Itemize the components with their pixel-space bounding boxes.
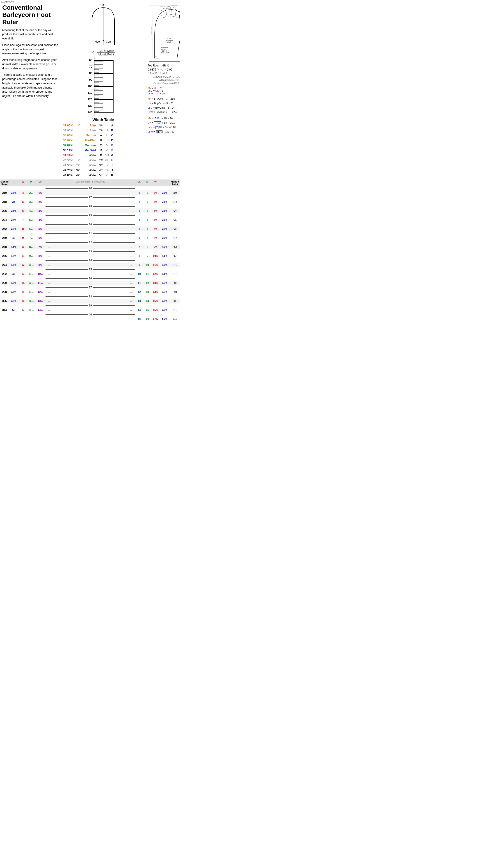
wt-name: Wide [81, 153, 97, 158]
cell-m: 9½ [27, 254, 35, 257]
cell-mondo-r: 230 [170, 218, 180, 221]
wt-name: MedNar [81, 138, 97, 143]
cell-it: 46¼ [8, 281, 19, 285]
width-table: 33.00% X Slim 3A I A 33.96% Slim 2A II B… [60, 123, 146, 178]
toe-room-text: Toe Room : 6⅔% [148, 64, 180, 67]
cell-mondo-l: 210 [0, 191, 8, 194]
cell-w-r: 5½ [151, 209, 159, 213]
svg-text:~66% of: ~66% of [161, 50, 167, 52]
header-barley: Last Length in Barleycorns [46, 180, 135, 186]
cell-m: 3½ [27, 200, 35, 204]
formula-line-1: 0.9375 → ¹⁄ₓ → 1.06 [148, 68, 180, 71]
cell-uk-r: 12 [135, 290, 143, 293]
svg-text:90: 90 [89, 78, 92, 81]
width-table-row: 37.02% Medium C V E [60, 143, 146, 148]
width-table-section: Width Table 33.00% X Slim 3A I A 33.96% … [59, 116, 147, 178]
arch-diagram: 0 Heel Cup [79, 3, 128, 48]
right-equations-1: Mx = UK − ½ usM = UK + 1 usW = UK + 2½ [148, 87, 180, 95]
eq-usm-brl: usM = BrlyCrns ÷ 3 − 24 [148, 106, 180, 110]
wt-letter: C [110, 133, 115, 138]
right-panel: Toe Room +6⅔% +25% width −6⅔% Foot Lengt… [147, 3, 180, 178]
wt-roman: VI [104, 148, 110, 153]
cell-barley: — — [46, 253, 135, 258]
wt-code: C [97, 143, 104, 148]
cell-w-r: 13½ [151, 281, 159, 285]
svg-text:+25% width: +25% width [169, 4, 177, 6]
cell-uk-l: 9½ [35, 264, 46, 267]
barleycorn-row: 33 [0, 249, 180, 253]
paragraph-3: After measuring length for size choose y… [2, 58, 58, 70]
wt-pct: 33.96% [60, 128, 74, 133]
formula-text: % = 100 × Width MondoPoint [91, 51, 115, 54]
cell-mondo-l: 226 [0, 209, 8, 213]
svg-point-68 [171, 8, 176, 17]
cell-mondo-l: 306 [0, 300, 8, 303]
cell-mondo-l: 314 [0, 309, 8, 312]
width-table-row: 42.75% 3X Wide 4E X J [60, 168, 146, 173]
eq-mx-brl: Mx = BrlyCrns ÷ 3 − 25½ [148, 97, 180, 101]
cell-it: 36¼ [8, 209, 19, 213]
cell-it-r: 33⅛ [159, 191, 170, 194]
formula-box: % = 100 × Width MondoPoint [91, 49, 115, 56]
cell-mondo-l: 250 [0, 237, 8, 240]
cell-m-r: 10 [143, 264, 151, 267]
width-table-row: 33.00% X Slim 3A I A [60, 123, 146, 128]
cell-w-r: 14½ [151, 290, 159, 293]
cell-it: 43¾ [8, 264, 19, 267]
cell-m-r: 2 [143, 191, 151, 194]
cell-barley: — — [46, 299, 135, 304]
header-uk-l: UK [35, 180, 46, 186]
cell-barley: — — [46, 262, 135, 268]
cell-uk-l: 10½ [35, 273, 46, 276]
cell-barley: — — [46, 199, 135, 205]
wt-code: 4E [97, 168, 104, 173]
cell-m-r: 8 [143, 245, 151, 249]
cell-barley: — — [46, 217, 135, 222]
wt-pct: 42.75% [60, 168, 74, 173]
size-row-right: 15 16 17½ 50⅝ 318 [0, 317, 180, 321]
cell-m-r: 5 [143, 218, 151, 221]
cell-mondo-r: 238 [170, 227, 180, 230]
cell-m: 10½ [27, 264, 35, 267]
cell-it-r: 39⅜ [159, 237, 170, 240]
cell-m: 11½ [27, 273, 35, 276]
cell-w: 11 [19, 254, 27, 257]
barleycorn-row: 38 [0, 294, 180, 299]
left-panel: Conventional Barleycorn Foot Ruler Measu… [1, 3, 59, 178]
wt-roman: VII [104, 153, 110, 158]
cell-it: 38¾ [8, 227, 19, 230]
svg-text:60: 60 [89, 58, 92, 62]
center-panel: 0 Heel Cup % = 100 × Width MondoPoint [59, 3, 147, 178]
cell-it-r: 44⅜ [159, 273, 170, 276]
cell-uk-r: 2 [135, 200, 143, 204]
paragraph-2: Place heel against backstop and position… [2, 43, 58, 56]
cell-uk-r: 5 [135, 227, 143, 230]
size-row: 242 38¾ 8 6½ 5½ — — 5 6 7½ 38⅛ 238 [0, 226, 180, 231]
width-table-row: 44.00% 4X Wide 5E XI K [60, 173, 146, 178]
cell-it: 40 [8, 237, 19, 240]
wt-roman: IV [104, 138, 110, 143]
cell-it-r: 48⅛ [159, 300, 170, 303]
svg-text:Length: Length [161, 49, 166, 50]
formula-line-2: (−6⅔%) (+6⅔%) [148, 72, 180, 74]
foot-diagram: Toe Room +6⅔% +25% width −6⅔% Foot Lengt… [148, 4, 180, 63]
svg-text:130: 130 [87, 104, 92, 107]
wt-roman: IX [104, 163, 110, 168]
wt-pct: 37.02% [60, 143, 74, 148]
cell-w: 7 [19, 218, 27, 221]
size-row: 298 47½ 15 13½ 12½ — — 12 13 14½ 46⅞ 294 [0, 289, 180, 294]
cell-mondo-r: 294 [170, 290, 180, 293]
size-row: 258 41¼ 10 8½ 7½ — — 7 8 9½ 40⅝ 254 [0, 245, 180, 249]
cell-w: 12 [19, 264, 27, 267]
header-mondo-l: MondoPoint [0, 180, 8, 186]
cell-it-r: 43⅛ [159, 264, 170, 267]
svg-text:70: 70 [89, 65, 92, 68]
svg-text:100%: 100% [167, 38, 171, 39]
barleycorn-row: 35 [0, 268, 180, 272]
width-table-row: 38.11% MedWid D VI F [60, 148, 146, 153]
wt-roman: V [104, 143, 110, 148]
wt-code: 3A [97, 123, 104, 128]
wt-letter: F [110, 148, 115, 153]
eq-usm-uk: usM = UK + 1 [148, 89, 180, 92]
cell-mondo-r: 270 [170, 264, 180, 267]
